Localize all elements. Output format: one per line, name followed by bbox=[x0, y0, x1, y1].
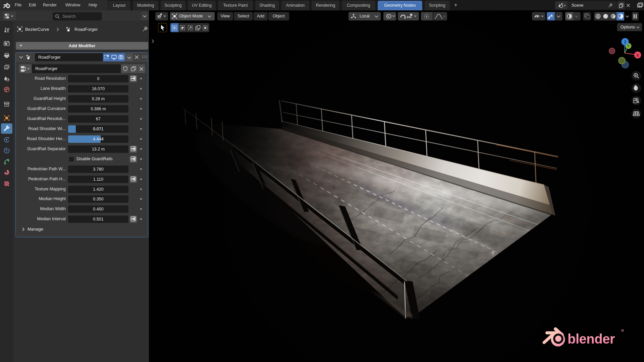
svg-text:blender: blender bbox=[568, 331, 615, 346]
svg-text:X: X bbox=[636, 53, 639, 57]
svg-text:Y: Y bbox=[627, 44, 630, 48]
svg-text:Z: Z bbox=[624, 40, 626, 44]
